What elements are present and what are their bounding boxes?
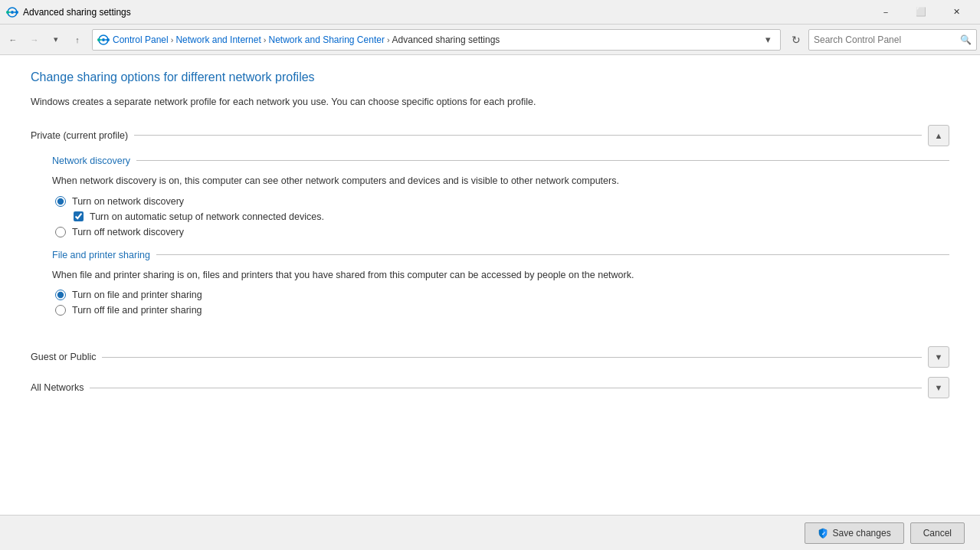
private-section-header: Private (current profile) ▲ bbox=[31, 125, 949, 146]
turn-off-file-sharing-row: Turn off file and printer sharing bbox=[52, 305, 949, 316]
close-button[interactable]: ✕ bbox=[939, 0, 974, 25]
dropdown-recent-button[interactable]: ▾ bbox=[46, 30, 66, 50]
shield-icon: ✓ bbox=[818, 528, 828, 539]
private-section-title: Private (current profile) bbox=[31, 130, 134, 141]
private-section-line bbox=[134, 135, 922, 136]
window-controls: − ⬜ ✕ bbox=[868, 0, 974, 25]
turn-off-network-discovery-label: Turn off network discovery bbox=[72, 227, 184, 237]
guest-public-header: Guest or Public ▼ bbox=[31, 346, 949, 368]
auto-setup-label: Turn on automatic setup of network conne… bbox=[90, 211, 324, 222]
file-printer-sharing-line bbox=[156, 254, 949, 255]
svg-point-1 bbox=[11, 11, 14, 14]
auto-setup-checkbox[interactable] bbox=[74, 211, 84, 221]
turn-off-file-sharing-label: Turn off file and printer sharing bbox=[72, 305, 202, 316]
file-printer-sharing-header: File and printer sharing bbox=[52, 250, 949, 260]
address-dropdown-button[interactable]: ▾ bbox=[760, 29, 775, 51]
guest-public-section: Guest or Public ▼ bbox=[31, 346, 949, 368]
private-section: Private (current profile) ▲ Network disc… bbox=[31, 125, 949, 338]
search-icon[interactable]: 🔍 bbox=[960, 34, 972, 45]
svg-point-10 bbox=[97, 38, 100, 41]
up-button[interactable]: ↑ bbox=[67, 30, 87, 50]
turn-on-file-sharing-row: Turn on file and printer sharing bbox=[52, 290, 949, 300]
network-discovery-line bbox=[136, 160, 949, 161]
network-discovery-title: Network discovery bbox=[52, 156, 136, 166]
all-networks-section: All Networks ▼ bbox=[31, 377, 949, 398]
breadcrumb-network-sharing-center[interactable]: Network and Sharing Center bbox=[268, 34, 384, 45]
breadcrumb: Control Panel › Network and Internet › N… bbox=[113, 34, 757, 45]
all-networks-title: All Networks bbox=[31, 382, 90, 393]
back-button[interactable]: ← bbox=[3, 30, 23, 50]
svg-point-11 bbox=[107, 38, 110, 41]
cancel-button[interactable]: Cancel bbox=[910, 522, 965, 544]
file-printer-sharing-subsection: File and printer sharing When file and p… bbox=[52, 250, 949, 316]
search-input[interactable] bbox=[814, 34, 957, 45]
all-networks-header: All Networks ▼ bbox=[31, 377, 949, 398]
network-discovery-description: When network discovery is on, this compu… bbox=[52, 174, 949, 188]
network-discovery-header: Network discovery bbox=[52, 156, 949, 166]
guest-public-title: Guest or Public bbox=[31, 352, 102, 362]
save-changes-label: Save changes bbox=[833, 528, 891, 539]
auto-setup-row: Turn on automatic setup of network conne… bbox=[52, 211, 949, 222]
svg-point-5 bbox=[15, 11, 18, 14]
guest-public-toggle[interactable]: ▼ bbox=[928, 346, 949, 368]
page-title: Change sharing options for different net… bbox=[31, 70, 949, 84]
restore-button[interactable]: ⬜ bbox=[903, 0, 939, 25]
guest-public-line bbox=[102, 357, 922, 358]
turn-off-network-discovery-row: Turn off network discovery bbox=[52, 227, 949, 237]
app-icon bbox=[6, 6, 18, 18]
breadcrumb-advanced-sharing: Advanced sharing settings bbox=[392, 34, 500, 45]
private-section-body: Network discovery When network discovery… bbox=[31, 146, 949, 338]
svg-point-4 bbox=[6, 11, 9, 14]
turn-off-network-discovery-radio[interactable] bbox=[55, 227, 66, 237]
search-bar[interactable]: 🔍 bbox=[808, 29, 977, 51]
private-section-toggle[interactable]: ▲ bbox=[928, 125, 949, 146]
refresh-button[interactable]: ↻ bbox=[785, 29, 807, 51]
save-changes-button[interactable]: ✓ Save changes bbox=[805, 522, 904, 544]
turn-on-file-sharing-label: Turn on file and printer sharing bbox=[72, 290, 202, 300]
turn-on-network-discovery-row: Turn on network discovery bbox=[52, 196, 949, 207]
all-networks-toggle[interactable]: ▼ bbox=[928, 377, 949, 398]
navigation-bar: ← → ▾ ↑ Control Panel › Network and Inte… bbox=[0, 25, 980, 55]
file-printer-sharing-description: When file and printer sharing is on, fil… bbox=[52, 268, 949, 283]
svg-point-7 bbox=[102, 38, 105, 41]
network-discovery-subsection: Network discovery When network discovery… bbox=[52, 156, 949, 237]
address-bar[interactable]: Control Panel › Network and Internet › N… bbox=[92, 29, 781, 51]
turn-on-file-sharing-radio[interactable] bbox=[55, 290, 66, 300]
address-bar-icon bbox=[97, 34, 110, 46]
page-description: Windows creates a separate network profi… bbox=[31, 95, 949, 110]
all-networks-line bbox=[90, 388, 922, 388]
main-content: Change sharing options for different net… bbox=[0, 55, 980, 515]
svg-text:✓: ✓ bbox=[821, 531, 826, 536]
title-bar: Advanced sharing settings − ⬜ ✕ bbox=[0, 0, 980, 25]
turn-on-network-discovery-radio[interactable] bbox=[55, 196, 66, 207]
turn-off-file-sharing-radio[interactable] bbox=[55, 305, 66, 316]
turn-on-network-discovery-label: Turn on network discovery bbox=[72, 196, 184, 207]
minimize-button[interactable]: − bbox=[868, 0, 903, 25]
window-title: Advanced sharing settings bbox=[23, 7, 868, 18]
bottom-bar: ✓ Save changes Cancel bbox=[0, 515, 980, 550]
breadcrumb-control-panel[interactable]: Control Panel bbox=[113, 34, 169, 45]
file-printer-sharing-title: File and printer sharing bbox=[52, 250, 156, 260]
forward-button[interactable]: → bbox=[25, 30, 44, 50]
breadcrumb-network-internet[interactable]: Network and Internet bbox=[175, 34, 261, 45]
